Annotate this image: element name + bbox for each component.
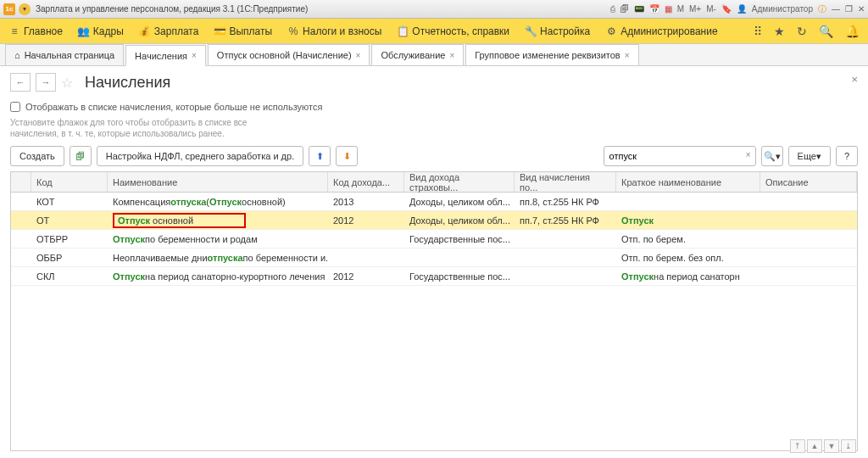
toolbar: Создать 🗐 Настройка НДФЛ, среднего зараб… — [10, 146, 858, 166]
cell-short — [616, 200, 760, 204]
tab-service[interactable]: Обслуживание× — [371, 44, 464, 65]
cell-insurance: Государственные пос... — [404, 270, 515, 283]
table-row[interactable]: КОТКомпенсация отпуска (Отпуск основной)… — [11, 193, 857, 211]
col-short[interactable]: Краткое наименование — [616, 172, 760, 192]
menu-otchet[interactable]: 📋Отчетность, справки — [397, 25, 509, 37]
clear-search-icon[interactable]: × — [746, 150, 751, 159]
bell-icon[interactable]: 🔔 — [845, 25, 860, 38]
up-button[interactable]: ⬆ — [309, 146, 331, 166]
cell-income — [328, 237, 404, 241]
cell-tax — [515, 237, 616, 241]
apps-icon[interactable]: ⠿ — [754, 25, 762, 38]
close-icon[interactable]: × — [625, 51, 630, 60]
search-icon[interactable]: 🔍 — [819, 25, 833, 38]
nav-last-icon[interactable]: ⤓ — [841, 439, 856, 453]
print-icon[interactable]: ⎙ — [610, 4, 615, 14]
menu-kadry[interactable]: 👥Кадры — [78, 25, 124, 37]
checkbox-label: Отображать в списке начисления, которые … — [25, 102, 323, 112]
app-dropdown-icon[interactable]: ▾ — [19, 3, 31, 15]
hint-text: Установите флажок для того чтобы отобраз… — [10, 117, 264, 139]
cell-insurance: Доходы, целиком обл... — [404, 214, 515, 227]
minimize-icon[interactable]: — — [832, 4, 840, 14]
m-minus-label[interactable]: M- — [706, 4, 716, 14]
table-header: Код Наименование Код дохода... Вид доход… — [11, 172, 857, 193]
forward-button[interactable]: → — [36, 73, 56, 92]
create-button[interactable]: Создать — [10, 146, 64, 166]
cell-income: 2012 — [328, 214, 404, 227]
close-icon[interactable]: × — [449, 51, 454, 60]
close-icon[interactable]: × — [192, 51, 197, 60]
menu-nastr[interactable]: 🔧Настройка — [525, 25, 590, 37]
menu-admin[interactable]: ⚙Администрирование — [605, 25, 717, 37]
col-code[interactable]: Код — [31, 172, 108, 192]
table-row[interactable]: СКЛОтпуск на период санаторно-курортного… — [11, 267, 857, 286]
menu-nalogi[interactable]: %Налоги и взносы — [287, 25, 381, 37]
calendar-icon[interactable]: 📅 — [649, 4, 659, 14]
doc-icon[interactable]: 🗐 — [620, 4, 629, 14]
copy-button[interactable]: 🗐 — [70, 146, 92, 166]
cell-short: Отпуск — [616, 214, 760, 227]
close-icon[interactable]: × — [356, 51, 361, 60]
tab-start[interactable]: ⌂Начальная страница — [5, 44, 124, 65]
down-button[interactable]: ⬇ — [336, 146, 358, 166]
favorite-star-icon[interactable]: ☆ — [61, 75, 73, 91]
bookmark-icon[interactable]: 🔖 — [721, 4, 732, 14]
nav-up-icon[interactable]: ▲ — [807, 439, 822, 453]
calc-icon[interactable]: 📟 — [634, 4, 644, 14]
cell-insurance — [404, 256, 515, 260]
m-label[interactable]: M — [677, 4, 684, 14]
tab-group-edit[interactable]: Групповое изменение реквизитов× — [465, 44, 638, 65]
user-name[interactable]: Администратор — [752, 4, 813, 14]
ndfl-settings-button[interactable]: Настройка НДФЛ, среднего заработка и др. — [97, 146, 303, 166]
cell-name: Компенсация отпуска (Отпуск основной) — [108, 195, 328, 209]
menu-zarplata[interactable]: 💰Зарплата — [139, 25, 199, 37]
cell-income: 2013 — [328, 195, 404, 209]
more-button[interactable]: Еще ▾ — [788, 146, 831, 166]
cell-income: 2012 — [328, 270, 404, 283]
titlebar: 1c ▾ Зарплата и управление персоналом, р… — [0, 0, 868, 19]
col-name[interactable]: Наименование — [108, 172, 328, 192]
star-icon[interactable]: ★ — [774, 25, 785, 38]
app-logo: 1c — [3, 3, 15, 15]
back-button[interactable]: ← — [10, 73, 31, 92]
help-button[interactable]: ? — [836, 146, 858, 166]
show-unused-checkbox[interactable] — [10, 102, 20, 112]
menu-main[interactable]: ≡Главное — [8, 25, 63, 37]
cell-name: Неоплачиваемые дни отпуска по беременнос… — [108, 251, 328, 265]
panel-close-icon[interactable]: × — [851, 73, 858, 86]
info-icon[interactable]: ⓘ — [818, 3, 826, 15]
search-button[interactable]: 🔍▾ — [761, 146, 783, 166]
nav-down-icon[interactable]: ▼ — [824, 439, 839, 453]
tab-accruals[interactable]: Начисления× — [125, 45, 206, 66]
col-desc[interactable]: Описание — [760, 172, 857, 192]
cell-code: ОТБРР — [31, 232, 108, 246]
menu-icon: ≡ — [8, 25, 20, 37]
cell-tax: пп.7, ст.255 НК РФ — [515, 214, 616, 227]
main-menu: ≡Главное 👥Кадры 💰Зарплата 💳Выплаты %Нало… — [0, 19, 868, 44]
cell-code: СКЛ — [31, 270, 108, 283]
menu-vyplaty[interactable]: 💳Выплаты — [214, 25, 272, 37]
m-plus-label[interactable]: M+ — [689, 4, 701, 14]
search-input[interactable] — [604, 146, 756, 166]
table-row[interactable]: ОТОтпуск основной2012Доходы, целиком обл… — [11, 211, 857, 230]
cell-insurance: Государственные пос... — [404, 232, 515, 246]
history-icon[interactable]: ↻ — [797, 25, 807, 38]
table-row[interactable]: ОТБРРОтпуск по беременности и родамГосуд… — [11, 230, 857, 249]
cell-code: ОББР — [31, 251, 108, 265]
nav-first-icon[interactable]: ⤒ — [790, 439, 805, 453]
user-icon: 👤 — [737, 4, 747, 14]
percent-icon: % — [287, 25, 299, 37]
close-icon[interactable]: ✕ — [858, 4, 865, 14]
table-nav: ⤒ ▲ ▼ ⤓ — [790, 439, 856, 453]
tab-bar: ⌂Начальная страница Начисления× Отпуск о… — [0, 44, 868, 66]
tab-vacation[interactable]: Отпуск основной (Начисление)× — [208, 44, 370, 65]
col-tax[interactable]: Вид начисления по... — [515, 172, 616, 192]
people-icon: 👥 — [78, 25, 90, 37]
table-row[interactable]: ОББРНеоплачиваемые дни отпуска по береме… — [11, 249, 857, 267]
cell-desc — [760, 237, 857, 241]
grid-icon[interactable]: ▦ — [665, 4, 672, 14]
maximize-icon[interactable]: ❐ — [845, 4, 853, 14]
cell-desc — [760, 275, 857, 278]
col-income[interactable]: Код дохода... — [328, 172, 404, 192]
col-insurance[interactable]: Вид дохода страховы... — [404, 172, 515, 192]
